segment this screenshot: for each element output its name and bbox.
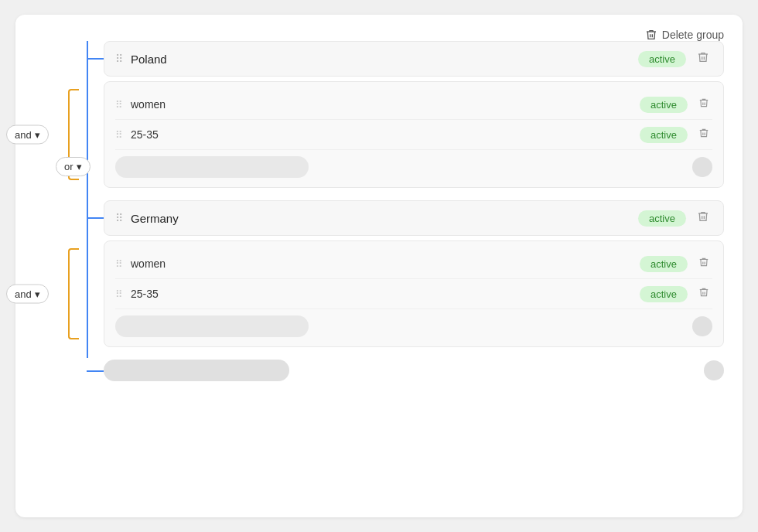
germany-and-chevron-icon: ▾	[35, 288, 40, 300]
poland-women-name: women	[131, 98, 640, 111]
germany-age-delete-button[interactable]	[695, 285, 712, 302]
poland-inner-card: ⠿ women active	[104, 81, 724, 188]
poland-and-button[interactable]: and ▾	[6, 125, 49, 145]
poland-and-chevron-icon: ▾	[35, 129, 40, 141]
trash-icon	[645, 29, 657, 41]
germany-women-delete-button[interactable]	[695, 255, 712, 272]
group-poland: ⠿ Poland active and	[104, 41, 724, 188]
or-label: or	[64, 161, 73, 172]
add-group-row	[104, 360, 724, 381]
germany-drag-handle[interactable]: ⠿	[115, 212, 123, 224]
group-germany: ⠿ Germany active and	[104, 200, 724, 347]
add-group-area	[104, 360, 724, 381]
poland-status-badge: active	[638, 51, 686, 67]
germany-age-name: 25-35	[131, 288, 640, 300]
germany-group-row: ⠿ Germany active	[104, 200, 724, 236]
poland-group-row: ⠿ Poland active	[104, 41, 724, 77]
poland-inner-area: and ▾ ⠿ women active	[104, 81, 724, 188]
poland-trash-icon	[697, 51, 709, 63]
poland-add-condition-row	[115, 150, 712, 179]
delete-group-button[interactable]: Delete group	[645, 29, 724, 41]
germany-age-drag-handle[interactable]: ⠿	[115, 288, 123, 300]
germany-delete-button[interactable]	[694, 209, 712, 227]
germany-add-condition-input[interactable]	[115, 315, 309, 337]
germany-women-drag-handle[interactable]: ⠿	[115, 258, 123, 270]
germany-status-badge: active	[638, 210, 686, 227]
poland-age-delete-button[interactable]	[695, 126, 712, 143]
poland-women-delete-button[interactable]	[695, 96, 712, 113]
add-group-circle	[704, 360, 724, 380]
germany-trash-icon	[697, 210, 709, 223]
content-area: or ▾ ⠿ Poland active	[34, 41, 724, 381]
germany-inner-card: ⠿ women active	[104, 240, 724, 347]
germany-and-label: and	[15, 288, 32, 300]
germany-and-button[interactable]: and ▾	[6, 285, 49, 304]
poland-women-drag-handle[interactable]: ⠿	[115, 99, 123, 111]
poland-group-name: Poland	[131, 53, 638, 66]
germany-condition-women: ⠿ women active	[115, 249, 712, 279]
add-group-input[interactable]	[104, 360, 289, 381]
or-chevron-icon: ▾	[77, 161, 82, 172]
germany-yellow-bracket	[68, 248, 79, 339]
germany-inner-area: and ▾ ⠿ women active	[104, 240, 724, 347]
poland-age-status: active	[640, 127, 688, 143]
poland-condition-age: ⠿ 25-35 active	[115, 120, 712, 150]
germany-group-name: Germany	[131, 212, 638, 225]
poland-women-trash-icon	[698, 97, 709, 108]
delete-group-label: Delete group	[662, 29, 724, 41]
main-card: Delete group or ▾ ⠿ Poland active	[15, 15, 743, 517]
poland-age-trash-icon	[698, 128, 709, 138]
germany-add-condition-row	[115, 309, 712, 339]
poland-and-label: and	[15, 129, 32, 141]
poland-age-name: 25-35	[131, 128, 640, 141]
germany-women-trash-icon	[698, 257, 709, 268]
germany-condition-age: ⠿ 25-35 active	[115, 279, 712, 309]
poland-drag-handle[interactable]: ⠿	[115, 53, 123, 65]
poland-condition-women: ⠿ women active	[115, 90, 712, 120]
poland-age-drag-handle[interactable]: ⠿	[115, 129, 123, 141]
blue-connector-line	[87, 41, 88, 358]
germany-age-trash-icon	[698, 287, 709, 298]
poland-women-status: active	[640, 97, 688, 113]
poland-add-condition-circle	[692, 157, 712, 177]
poland-add-condition-input[interactable]	[115, 156, 309, 178]
germany-add-condition-circle	[692, 316, 712, 336]
or-button[interactable]: or ▾	[56, 157, 90, 176]
poland-delete-button[interactable]	[694, 49, 712, 68]
germany-age-status: active	[640, 286, 688, 302]
germany-women-name: women	[131, 257, 640, 270]
germany-women-status: active	[640, 256, 688, 272]
